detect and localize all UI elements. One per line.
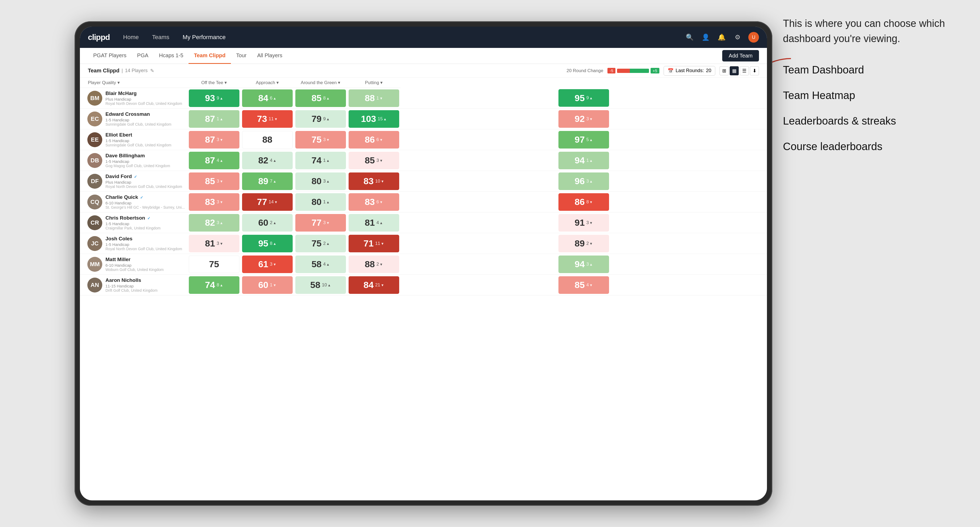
score-change: 8 xyxy=(586,199,593,205)
player-club: Gog Magog Golf Club, United Kingdom xyxy=(105,163,185,168)
player-cell-2: EEElliot Ebert1-5 HandicapSunningdale Go… xyxy=(80,129,188,150)
score-box: 773 xyxy=(295,214,346,232)
player-name[interactable]: Josh Coles xyxy=(105,236,185,242)
score-change: 3 xyxy=(323,137,330,142)
score-box: 75 xyxy=(189,256,239,273)
score-cell: 584 xyxy=(294,254,347,275)
settings-icon[interactable]: ⚙ xyxy=(732,32,743,43)
score-change: 5 xyxy=(586,137,593,142)
score-change: 1 xyxy=(323,158,330,163)
score-change: 4 xyxy=(217,158,223,163)
score-change: 2 xyxy=(377,262,383,267)
table-row[interactable]: CQCharlie Quick ✓6-10 HandicapSt. George… xyxy=(80,192,767,213)
score-number: 97 xyxy=(575,135,585,145)
score-cell: 882 xyxy=(347,254,401,275)
score-number: 80 xyxy=(312,176,322,186)
player-name[interactable]: Charlie Quick ✓ xyxy=(105,194,185,200)
player-name[interactable]: Aaron Nicholls xyxy=(105,277,185,283)
col-approach[interactable]: Approach ▾ xyxy=(241,78,294,88)
user-avatar[interactable]: U xyxy=(748,32,759,43)
app-logo: clippd xyxy=(88,33,110,42)
list-view-button[interactable]: ☰ xyxy=(740,66,749,75)
table-row[interactable]: DBDave Billingham1-5 HandicapGog Magog G… xyxy=(80,150,767,171)
player-handicap: 1-5 Handicap xyxy=(105,159,185,163)
subnav-all-players[interactable]: All Players xyxy=(252,48,288,64)
last-rounds-button[interactable]: 📅 Last Rounds: 20 xyxy=(663,66,715,76)
player-name[interactable]: Dave Billingham xyxy=(105,153,185,159)
score-box: 959 xyxy=(558,89,609,107)
player-name[interactable]: Blair McHarg xyxy=(105,90,185,96)
col-putting[interactable]: Putting ▾ xyxy=(347,78,401,88)
more-view-button[interactable]: ⬇ xyxy=(750,66,759,75)
score-box: 8421 xyxy=(348,276,399,294)
col-player-quality[interactable]: Player Quality ▾ xyxy=(80,78,188,88)
score-change: 3 xyxy=(586,179,593,184)
table-row[interactable]: DFDavid Ford ✓Plus HandicapRoyal North D… xyxy=(80,171,767,192)
add-team-button[interactable]: Add Team xyxy=(722,50,759,62)
player-handicap: 6-10 Handicap xyxy=(105,263,185,268)
score-cell: 773 xyxy=(294,213,347,233)
arrow-up-icon xyxy=(220,116,223,122)
player-name[interactable]: Elliot Ebert xyxy=(105,132,185,138)
player-name[interactable]: Edward Crossman xyxy=(105,111,185,117)
table-row[interactable]: EEElliot Ebert1-5 HandicapSunningdale Go… xyxy=(80,129,767,150)
nav-my-performance[interactable]: My Performance xyxy=(180,32,228,42)
score-cell: 833 xyxy=(188,192,241,213)
table-row[interactable]: ANAaron Nicholls11-15 HandicapDrift Golf… xyxy=(80,275,767,295)
player-name[interactable]: Chris Robertson ✓ xyxy=(105,215,185,221)
subnav-team-clippd[interactable]: Team Clippd xyxy=(189,48,231,64)
profile-icon[interactable]: 👤 xyxy=(700,32,711,43)
table-row[interactable]: ECEdward Crossman1-5 HandicapSunningdale… xyxy=(80,109,767,129)
arrow-up-icon xyxy=(589,179,593,184)
nav-home[interactable]: Home xyxy=(120,32,142,42)
score-number: 75 xyxy=(312,238,322,249)
top-nav: clippd Home Teams My Performance 🔍 👤 🔔 ⚙… xyxy=(80,27,767,48)
table-row[interactable]: CRChris Robertson ✓1-5 HandicapCraigmill… xyxy=(80,213,767,233)
arrow-up-icon xyxy=(273,220,277,225)
score-number: 96 xyxy=(575,176,585,186)
score-number: 75 xyxy=(209,259,219,269)
col-around-green[interactable]: Around the Green ▾ xyxy=(294,78,347,88)
score-cell: 601 xyxy=(241,275,294,295)
arrow-up-icon xyxy=(326,95,330,101)
score-number: 85 xyxy=(575,280,585,290)
score-cell: 892 xyxy=(401,233,767,254)
score-change: 6 xyxy=(270,95,277,101)
player-name[interactable]: Matt Miller xyxy=(105,257,185,262)
change-value: 3 xyxy=(217,241,219,246)
table-row[interactable]: BMBlair McHargPlus HandicapRoyal North D… xyxy=(80,88,767,109)
table-row[interactable]: JCJosh Coles1-5 HandicapRoyal North Devo… xyxy=(80,233,767,254)
arrow-down-icon xyxy=(274,116,278,122)
score-cell: 814 xyxy=(347,213,401,233)
arrow-down-icon xyxy=(379,137,383,142)
score-box: 601 xyxy=(242,276,293,294)
score-number: 85 xyxy=(205,176,215,186)
subnav-hcaps[interactable]: Hcaps 1-5 xyxy=(154,48,189,64)
change-value: 8 xyxy=(217,283,219,288)
score-box: 958 xyxy=(242,235,293,252)
score-cell: 803 xyxy=(294,171,347,192)
player-name[interactable]: David Ford ✓ xyxy=(105,173,185,179)
score-change: 7 xyxy=(270,179,277,184)
score-cell: 858 xyxy=(294,88,347,109)
search-icon[interactable]: 🔍 xyxy=(684,32,695,43)
change-positive: +5 xyxy=(651,68,659,73)
score-cell: 874 xyxy=(188,150,241,171)
score-number: 92 xyxy=(575,114,585,124)
score-number: 103 xyxy=(361,114,376,124)
score-change: 4 xyxy=(323,262,330,267)
grid-view-button[interactable]: ⊞ xyxy=(719,66,729,75)
nav-teams[interactable]: Teams xyxy=(150,32,172,42)
heatmap-view-button[interactable]: ▦ xyxy=(730,66,739,75)
bell-icon[interactable]: 🔔 xyxy=(716,32,727,43)
sub-nav: PGAT Players PGA Hcaps 1-5 Team Clippd T… xyxy=(80,48,767,64)
table-row[interactable]: MMMatt Miller6-10 HandicapWoburn Golf Cl… xyxy=(80,254,767,275)
score-box: 748 xyxy=(189,276,239,294)
subnav-pga[interactable]: PGA xyxy=(132,48,154,64)
change-value: 9 xyxy=(586,95,589,101)
col-off-tee[interactable]: Off the Tee ▾ xyxy=(188,78,241,88)
edit-icon[interactable]: ✎ xyxy=(150,68,154,74)
subnav-tour[interactable]: Tour xyxy=(231,48,252,64)
change-value: 2 xyxy=(270,220,272,225)
subnav-pgat[interactable]: PGAT Players xyxy=(88,48,132,64)
